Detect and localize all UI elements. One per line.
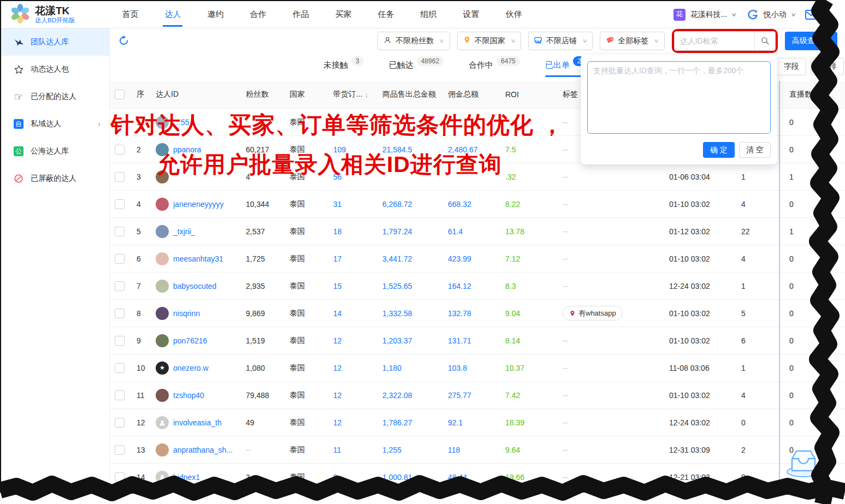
tab-合作中[interactable]: 合作中6475 xyxy=(469,56,520,78)
chevron-down-icon: ∨ xyxy=(825,38,831,44)
nav-item[interactable]: 组织 xyxy=(420,2,436,27)
sidebar-item[interactable]: ☞已分配的达人 xyxy=(1,83,109,110)
search-input[interactable] xyxy=(675,37,754,45)
row-checkbox-cell xyxy=(109,281,129,291)
live-stream-count: 0 xyxy=(785,282,835,290)
live-stream-count: 0 xyxy=(785,309,835,318)
nav-item[interactable]: 邀约 xyxy=(207,2,223,27)
row-checkbox[interactable] xyxy=(115,418,125,428)
creator-id-link[interactable]: janeneneyyyyy xyxy=(173,200,224,209)
inbox-float-icon[interactable] xyxy=(783,446,824,482)
chevron-down-icon[interactable]: ∨ xyxy=(790,11,796,17)
nav-item[interactable]: 任务 xyxy=(377,2,394,27)
creator-id-cell: pon76216 xyxy=(151,334,243,347)
nav-item[interactable]: 作品 xyxy=(292,2,309,27)
fields-button[interactable]: 字段 xyxy=(777,58,806,75)
top-nav: 首页达人邀约合作作品买家任务组织设置伙伴 xyxy=(122,2,522,27)
sort-button[interactable]: 排 xyxy=(811,58,844,75)
row-checkbox-cell xyxy=(109,418,129,428)
clear-button[interactable]: 清 空 xyxy=(739,142,771,158)
video-count: 1 xyxy=(731,173,785,181)
creator-id-link[interactable]: nisqrinn xyxy=(173,309,200,318)
creator-id-cell: bidnex1 xyxy=(151,471,243,484)
shop-filter-dropdown[interactable]: 不限店铺 ∨ xyxy=(528,32,593,50)
advanced-query-button[interactable]: 高级查询 ∨ xyxy=(785,32,837,50)
sidebar-item[interactable]: 已屏蔽的达人 xyxy=(1,165,109,192)
mail-icon[interactable] xyxy=(805,9,818,21)
confirm-button[interactable]: 确 定 xyxy=(703,142,735,158)
creator-id-cell: involveasia_th xyxy=(151,416,243,429)
fans-count: 10,344 xyxy=(243,200,286,209)
creator-id-link[interactable]: onezero.w xyxy=(173,364,209,372)
creator-id-cell: janeneneyyyyy xyxy=(151,198,243,211)
video-count: 4 xyxy=(731,254,785,263)
last-order-date: 12-31 03:09 xyxy=(660,446,731,454)
tag-pill[interactable]: 有whatsapp xyxy=(563,306,623,321)
user-name[interactable]: 悦小动 xyxy=(764,10,787,20)
last-order-date: 01-10 03:02 xyxy=(660,200,731,209)
order-count: 56 xyxy=(326,173,376,181)
table-row: 13anpratthana_sh...--泰国111,2551189.64--1… xyxy=(109,436,845,464)
row-checkbox[interactable] xyxy=(115,363,125,373)
country: 泰国 xyxy=(286,281,326,291)
org-name[interactable]: 花漾科技... xyxy=(690,10,728,20)
video-count: 1 xyxy=(731,364,785,372)
creator-id-link[interactable]: involveasia_th xyxy=(173,418,222,427)
creator-id-cell: ★onezero.w xyxy=(151,361,243,375)
nav-item[interactable]: 设置 xyxy=(463,2,479,27)
tag-cell: -- xyxy=(553,282,660,290)
fans-filter-dropdown[interactable]: 不限粉丝数 ∨ xyxy=(377,32,450,50)
sidebar-item[interactable]: 自私域达人› xyxy=(1,110,109,138)
chevron-down-icon[interactable]: ∨ xyxy=(731,11,737,17)
creator-id-link[interactable]: …55 xyxy=(173,118,190,127)
nav-item[interactable]: 买家 xyxy=(335,2,351,27)
tag-filter-dropdown[interactable]: 全部标签 ∨ xyxy=(600,32,664,50)
row-checkbox[interactable] xyxy=(115,117,125,127)
creator-id-link[interactable]: bidnex1 xyxy=(173,473,200,482)
row-checkbox[interactable] xyxy=(115,172,125,182)
creator-id-link[interactable]: _txjrii_ xyxy=(173,227,195,236)
row-checkbox[interactable] xyxy=(115,199,125,209)
row-checkbox[interactable] xyxy=(115,254,125,264)
sidebar-item[interactable]: 动态达人包 xyxy=(1,56,109,83)
sidebar-item[interactable]: 公公海达人库 xyxy=(1,138,109,165)
row-checkbox[interactable] xyxy=(115,309,125,318)
red-highlight-annotation xyxy=(672,29,778,53)
country-filter-dropdown[interactable]: 不限国家 ∨ xyxy=(457,32,521,50)
nav-item[interactable]: 达人 xyxy=(164,2,181,27)
creator-id-link[interactable]: meesanhtay31 xyxy=(173,254,223,263)
search-icon[interactable] xyxy=(754,32,775,50)
creator-id-link[interactable]: pon76216 xyxy=(173,336,207,345)
gmv-amount: 2,322.08 xyxy=(376,391,442,400)
select-all-checkbox[interactable] xyxy=(115,90,125,99)
nav-item[interactable]: 合作 xyxy=(250,2,266,27)
tab-label: 未接触 xyxy=(323,60,348,70)
batch-id-textarea[interactable] xyxy=(587,61,771,134)
row-number: 7 xyxy=(129,282,151,290)
nav-item[interactable]: 伙伴 xyxy=(505,2,522,27)
creator-id-link[interactable]: tzshop40 xyxy=(173,391,204,400)
top-bar: 花漾TK 达人BD开拓版 首页达人邀约合作作品买家任务组织设置伙伴 花 花漾科技… xyxy=(1,1,834,28)
sidebar-item-label: 公海达人库 xyxy=(31,146,69,156)
row-checkbox[interactable] xyxy=(115,445,125,455)
sort-desc-icon[interactable]: ↓ xyxy=(365,91,369,99)
nav-item[interactable]: 首页 xyxy=(122,2,138,27)
row-number: 5 xyxy=(129,227,151,236)
tab-已触达[interactable]: 已触达48962 xyxy=(389,56,444,78)
video-count: 22 xyxy=(731,227,785,236)
creator-id-link[interactable]: ppanora xyxy=(173,145,201,154)
row-checkbox[interactable] xyxy=(115,336,125,346)
row-checkbox[interactable] xyxy=(115,472,125,482)
row-checkbox[interactable] xyxy=(115,281,125,291)
fans-count: 2,935 xyxy=(243,282,286,290)
refresh-icon[interactable] xyxy=(118,35,129,46)
creator-id-link[interactable]: anpratthana_sh... xyxy=(173,446,233,454)
row-checkbox[interactable] xyxy=(115,390,125,400)
creator-id-link[interactable]: babysocuted xyxy=(173,282,216,290)
row-checkbox[interactable] xyxy=(115,227,125,236)
tab-未接触[interactable]: 未接触3 xyxy=(323,56,364,78)
shop-icon xyxy=(534,36,542,46)
row-checkbox[interactable] xyxy=(115,145,125,155)
column-header: 直播数量 xyxy=(785,90,835,99)
sidebar-item[interactable]: 团队达人库 xyxy=(1,28,109,56)
